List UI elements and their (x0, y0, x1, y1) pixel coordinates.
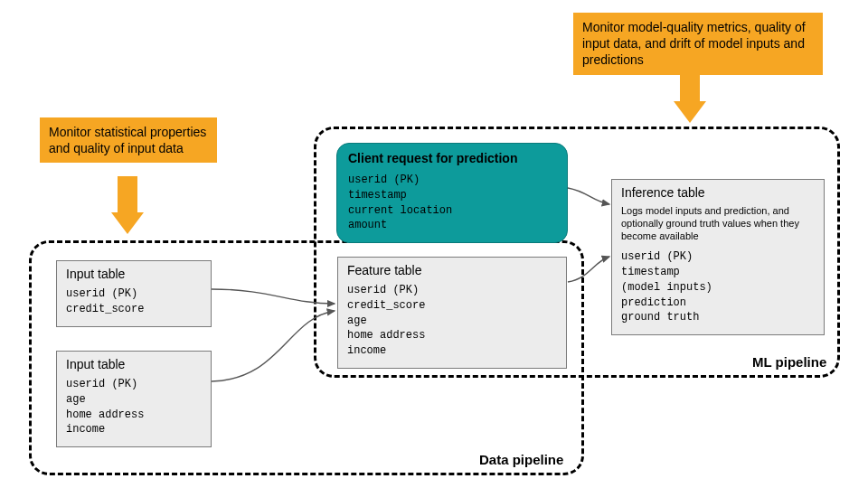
callout-model-quality: Monitor model-quality metrics, quality o… (573, 13, 823, 75)
feature-table: Feature table userid (PK) credit_score a… (337, 257, 567, 369)
arrow-down-icon (118, 176, 137, 212)
table-fields: userid (PK) credit_score (66, 286, 202, 317)
input-table-2: Input table userid (PK) age home address… (56, 351, 212, 447)
arrow-head-icon (674, 101, 706, 123)
client-title: Client request for prediction (348, 151, 556, 165)
arrow-head-icon (111, 212, 144, 234)
callout-data-quality: Monitor statistical properties and quali… (40, 117, 217, 163)
client-request-box: Client request for prediction userid (PK… (336, 143, 568, 243)
table-fields: userid (PK) timestamp (model inputs) pre… (621, 249, 815, 325)
data-pipeline-label: Data pipeline (479, 452, 563, 467)
table-desc: Logs model inputs and prediction, and op… (621, 205, 815, 242)
table-title: Input table (66, 357, 202, 371)
arrow-down-icon (680, 70, 700, 101)
inference-table: Inference table Logs model inputs and pr… (611, 179, 825, 335)
ml-pipeline-label: ML pipeline (752, 354, 826, 370)
table-title: Feature table (347, 263, 557, 277)
input-table-1: Input table userid (PK) credit_score (56, 260, 212, 327)
table-fields: userid (PK) credit_score age home addres… (347, 283, 557, 359)
table-title: Inference table (621, 185, 815, 200)
client-fields: userid (PK) timestamp current location a… (348, 173, 556, 233)
table-fields: userid (PK) age home address income (66, 377, 202, 437)
table-title: Input table (66, 267, 202, 281)
